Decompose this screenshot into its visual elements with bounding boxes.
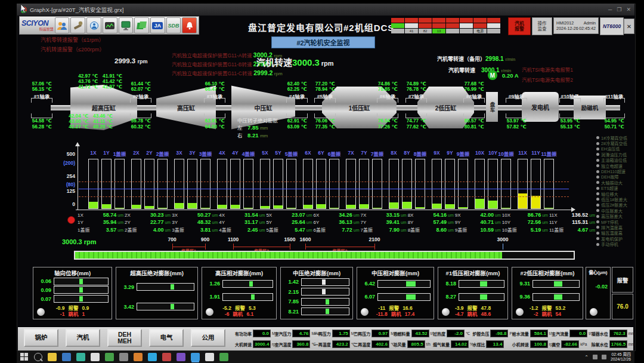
- gauge-value: 3.42: [119, 304, 134, 310]
- gauge-bar: [222, 293, 273, 301]
- panel-body: 8.188.27: [441, 277, 504, 303]
- gauge-value: 6.07: [360, 294, 375, 300]
- vibration-limit-line: [79, 189, 569, 189]
- trip-limit: -2: [534, 311, 538, 317]
- gauge-bar: [301, 278, 349, 286]
- bearing-temp-bottom: 77.35 ℃: [315, 124, 335, 130]
- alarm-word: 报警: [467, 305, 478, 311]
- bearing-temp-bottom: 53.97 ℃: [507, 118, 527, 124]
- bearing-temp-bottom: 74.77 ℃: [407, 118, 426, 124]
- bearing-temp-top: 78.94 ℃: [315, 86, 335, 92]
- gauge-value: 8.27: [441, 294, 456, 300]
- alarm-limit: -5.2: [222, 305, 231, 311]
- bearing-temp-top: 56.15 ℃: [32, 86, 52, 92]
- alarm-word: 报警: [542, 305, 552, 311]
- bearing-bracket-top: [559, 98, 581, 103]
- alarm-word: 报警: [389, 305, 399, 311]
- bearing-temp-bottom: 54.95 ℃: [605, 118, 624, 124]
- panel-中压相对膨胀(mm): 中压相对膨胀(mm)6.426.07-11报警16.6-11.8跳机17.4: [357, 267, 434, 319]
- gauge-marker: [480, 294, 487, 300]
- bearing-bracket-top: [314, 98, 336, 103]
- gauge-value: 9.31: [515, 281, 530, 287]
- panel-轴向位移(mm): 轴向位移(mm)0.060.090.07-0.9报警0.9-1跳机1: [33, 267, 112, 319]
- status-indicator: [37, 308, 45, 316]
- bearing-temp-bottom: 76.06 ℃: [315, 118, 335, 124]
- gauge-bar: [377, 280, 431, 288]
- gauge-bar: [222, 280, 273, 288]
- bearing-bracket-top: [130, 98, 151, 103]
- bearing-temp-bottom: 64.00 ℃: [205, 124, 225, 130]
- bearing-temp-bottom: 77.26 ℃: [378, 124, 398, 130]
- status-indicator: [442, 308, 450, 316]
- gauge-row: 9.36: [515, 293, 580, 301]
- status-indicator: [516, 308, 524, 316]
- gauge-marker: [251, 294, 255, 300]
- bearing-bracket-top: [286, 98, 308, 103]
- alarm-limits: -0.9报警0.9: [33, 305, 112, 312]
- gauge-value: 0.07: [36, 296, 51, 302]
- panel-#1低压相对膨胀(mm): #1低压相对膨胀(mm)8.188.27-3.9报警47.8-4.7跳机48.6: [438, 267, 508, 319]
- bearing-bracket-top: [463, 98, 485, 103]
- axis-tick-label: 254: [52, 173, 75, 179]
- dynamic-layer: #1轴承57.06 ℃56.15 ℃54.58 ℃56.28 ℃#2轴承61.4…: [0, 0, 644, 363]
- bearing-temp-top: 76.78 ℃: [407, 86, 426, 92]
- gauge-marker: [326, 299, 329, 304]
- panel-body: 9.319.36: [515, 277, 580, 303]
- gauge-marker: [171, 284, 174, 290]
- panel-title: #1低压相对膨胀(mm): [438, 269, 507, 277]
- vibration-limit-line: [79, 182, 569, 182]
- trip-limit: 48.6: [481, 311, 491, 317]
- bearing-temp-bottom: 77.62 ℃: [407, 124, 426, 130]
- gauge-row: 1.26: [205, 280, 273, 288]
- gauge-row: 1.42: [283, 278, 349, 286]
- alarm-word: 报警: [235, 305, 245, 311]
- bearing-temp-bottom: 76.54 ℃: [378, 118, 398, 124]
- panel-title: 高压相对膨胀(mm): [202, 269, 276, 277]
- bearing-bracket-top: [377, 98, 398, 103]
- gauge-marker: [480, 281, 487, 287]
- gauge-marker: [326, 309, 329, 314]
- bearing-bracket-top: [204, 98, 225, 103]
- bearing-temp-top: 62.25 ℃: [287, 86, 307, 92]
- gauge-value: 0.09: [36, 287, 51, 293]
- status-indicator: [361, 308, 369, 316]
- gauge-row: 0.09: [36, 286, 109, 294]
- gauge-row: 0.06: [36, 278, 109, 285]
- bearing-temp-bottom: 53.95 ℃: [561, 118, 580, 124]
- bearing-bracket-top: [506, 98, 527, 103]
- panel-limits: -0.9报警0.9-1跳机1: [33, 305, 112, 318]
- gauge-bar: [532, 280, 580, 288]
- panel-中压绝对膨胀(mm): 中压绝对膨胀(mm)1.422.157.858.21: [280, 267, 353, 319]
- gauge-value: 9.36: [515, 294, 530, 300]
- gauge-marker: [322, 289, 326, 294]
- gauge-bar: [301, 307, 349, 315]
- gauge-marker: [322, 279, 326, 285]
- gauge-row: 1.91: [205, 293, 273, 301]
- bearing-temp-bottom: 80.81 ℃: [465, 124, 484, 130]
- gauge-value: 3.29: [119, 284, 134, 290]
- panel-title: 超高压绝对膨胀(mm): [116, 269, 197, 277]
- panel-limits: -11报警16.6-11.8跳机17.4: [357, 305, 434, 318]
- cylinder-temp-top: 41.72 ℃ 41.97 ℃: [78, 82, 122, 90]
- gauge-bar: [137, 303, 194, 310]
- gauge-bar: [54, 295, 109, 303]
- trip-limits: -1跳机1: [33, 311, 112, 318]
- gauge-row: 8.21: [283, 307, 349, 315]
- gauge-bar: [301, 288, 349, 296]
- bearing-temp-top: 76.99 ℃: [465, 86, 484, 92]
- panel-body: 1.261.91: [205, 277, 273, 303]
- alarm-limits: -11报警16.6: [357, 305, 434, 312]
- trip-limit: -6: [225, 311, 230, 317]
- bearing-temp-bottom: 63.91 ℃: [205, 118, 225, 124]
- gauge-row: 0.07: [36, 295, 109, 303]
- gauge-bar: [459, 293, 504, 301]
- gauge-row: 6.42: [360, 280, 431, 288]
- trip-word: 跳机: [233, 311, 243, 317]
- panel-#2低压相对膨胀(mm): #2低压相对膨胀(mm)9.319.36-1.2报警53.2-2跳机54: [512, 267, 583, 319]
- bearing-temp-bottom: 56.28 ℃: [32, 124, 52, 130]
- gauge-marker: [249, 281, 253, 287]
- trip-word: 跳机: [542, 311, 552, 317]
- bearing-temp-bottom: 63.09 ℃: [287, 124, 307, 130]
- mouse-cursor: [20, 4, 27, 14]
- gauge-marker: [171, 304, 174, 309]
